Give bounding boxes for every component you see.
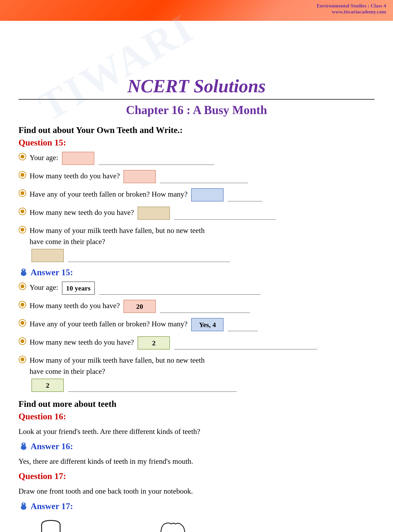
q15-item-2: How many teeth do you have? (19, 170, 374, 183)
content-area: TIWARI NCERT Solutions Chapter 16 : A Bu… (0, 21, 393, 532)
question17-label: Question 17: (19, 471, 374, 481)
corner-info: Environmental Studies : Class 4 www.tiwa… (317, 3, 386, 15)
q15-item-1: Your age: (19, 152, 374, 165)
a15-box-3: Yes, 4 (191, 318, 224, 331)
bird-answer17-icon (19, 501, 29, 511)
a-bullet-4 (19, 337, 26, 345)
bullet-icon-5 (19, 226, 26, 234)
q15-item-4: How many new teeth do you have? (19, 207, 374, 220)
answer15-label: Answer 15: (19, 267, 374, 277)
header-website: www.tiwariacademy.com (317, 9, 386, 15)
q15-text-1: Your age: (29, 153, 58, 162)
question16-label: Question 16: (19, 411, 374, 422)
answer17-label: Answer 17: (19, 501, 374, 511)
a15-item-2: How many teeth do you have? 20 (19, 300, 374, 313)
question15-label: Question 15: (19, 137, 374, 148)
q16-text: Look at your friend's teeth. Are there d… (19, 426, 374, 438)
q15-box-5[interactable] (31, 249, 64, 262)
a-bullet-2 (19, 301, 26, 308)
bird-answer16-icon (19, 441, 29, 451)
q17-text: Draw one front tooth and one back tooth … (19, 485, 374, 497)
back-tooth-svg (152, 518, 194, 532)
section1-heading: Find out about Your Own Teeth and Write.… (19, 125, 374, 135)
svg-point-3 (20, 173, 24, 177)
svg-point-23 (20, 358, 24, 361)
bullet-icon-4 (19, 208, 26, 215)
a16-text: Yes, there are different kinds of teeth … (19, 455, 374, 467)
bullet-icon-2 (19, 171, 26, 179)
a15-item-1: Your age: 10 years (19, 282, 374, 295)
front-tooth-svg (32, 518, 69, 532)
q15-box-4[interactable] (138, 207, 170, 220)
a-bullet-5 (19, 356, 26, 363)
back-tooth-container: Back tooth (152, 518, 194, 532)
q15-text-4: How many new teeth do you have? (29, 208, 134, 217)
svg-point-7 (20, 209, 24, 213)
front-tooth-container: Front tooth (32, 518, 69, 532)
bird-answer-icon (19, 267, 29, 277)
q15-item-5: How many of your milk teeth have fallen,… (19, 225, 374, 262)
section2-heading: Find out more about teeth (19, 399, 374, 409)
a15-box-5: 2 (31, 379, 64, 392)
svg-point-19 (20, 321, 24, 325)
title-divider (19, 99, 374, 100)
q15-box-1[interactable] (62, 152, 94, 165)
q15-text-2: How many teeth do you have? (29, 172, 120, 180)
q15-item-3: Have any of your teeth fallen or broken?… (19, 188, 374, 201)
svg-point-27 (23, 443, 24, 445)
svg-point-17 (20, 303, 24, 307)
q15-box-3[interactable] (191, 188, 224, 201)
q15-text-3: Have any of your teeth fallen or broken?… (29, 190, 187, 198)
a15-box-1: 10 years (62, 282, 95, 295)
svg-point-5 (20, 191, 24, 195)
a15-item-4: How many new teeth do you have? 2 (19, 336, 374, 349)
a15-box-4: 2 (138, 336, 170, 349)
svg-point-1 (20, 155, 24, 159)
a15-item-5: How many of your milk teeth have fallen,… (19, 355, 374, 392)
answer16-label: Answer 16: (19, 441, 374, 451)
subject-label: Environmental Studies : Class 4 (317, 3, 386, 9)
svg-point-9 (20, 228, 24, 232)
a15-item-3: Have any of your teeth fallen or broken?… (19, 318, 374, 331)
a-bullet-3 (19, 319, 26, 327)
q15-box-2[interactable] (123, 170, 156, 183)
svg-point-15 (20, 284, 24, 288)
chapter-title: Chapter 16 : A Busy Month (19, 103, 374, 117)
bullet-icon-1 (19, 153, 26, 160)
a-bullet-1 (19, 282, 26, 290)
svg-point-21 (20, 339, 24, 343)
tooth-section: Front tooth Back tooth (32, 518, 374, 532)
top-bar: Environmental Studies : Class 4 www.tiwa… (0, 0, 393, 21)
q15-text-5: How many of your milk teeth have fallen,… (29, 225, 374, 247)
main-title: NCERT Solutions (19, 69, 374, 99)
svg-point-31 (23, 503, 24, 504)
svg-point-13 (23, 269, 24, 271)
bullet-icon-3 (19, 189, 26, 197)
a15-box-2: 20 (123, 300, 156, 313)
